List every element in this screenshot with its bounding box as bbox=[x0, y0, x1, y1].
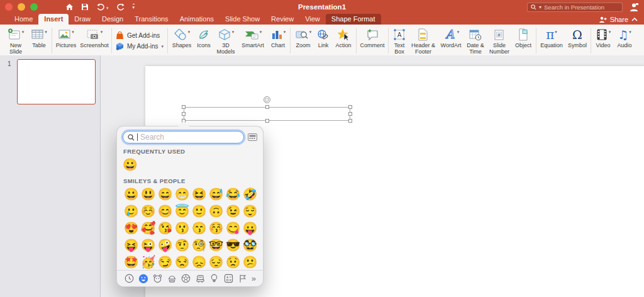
category-symbols-icon[interactable] bbox=[223, 273, 234, 284]
search-scope-caret-icon[interactable]: ▾ bbox=[539, 4, 541, 10]
emoji-cell[interactable]: 🥲 bbox=[123, 203, 140, 220]
dropdown-caret-icon[interactable]: ▾ bbox=[188, 30, 191, 35]
emoji-cell[interactable]: 😞 bbox=[191, 254, 208, 271]
my-add-ins-button[interactable]: My Add-ins ▾ bbox=[116, 42, 164, 50]
tab-slide-show[interactable]: Slide Show bbox=[219, 14, 265, 25]
video-button[interactable]: ▾ Video bbox=[592, 26, 614, 55]
emoji-cell[interactable]: 😆 bbox=[191, 186, 208, 203]
emoji-cell[interactable]: 😘 bbox=[157, 220, 174, 237]
link-button[interactable]: Link bbox=[314, 26, 332, 55]
undo-caret-icon[interactable]: ▾ bbox=[106, 6, 109, 11]
slide-number-button[interactable]: # Slide Number bbox=[487, 26, 512, 55]
dropdown-caret-icon[interactable]: ▾ bbox=[22, 30, 25, 35]
dropdown-caret-icon[interactable]: ▾ bbox=[555, 30, 557, 35]
date-time-button[interactable]: Date & Time bbox=[464, 26, 487, 55]
screenshot-button[interactable]: ▾ Screenshot bbox=[79, 26, 110, 55]
emoji-cell[interactable]: 🧐 bbox=[191, 237, 208, 254]
pictures-button[interactable]: ▾ Pictures bbox=[53, 26, 79, 55]
get-add-ins-button[interactable]: Get Add-ins bbox=[116, 31, 164, 40]
emoji-cell[interactable]: 🤓 bbox=[208, 237, 225, 254]
smartart-button[interactable]: ▾ SmartArt bbox=[238, 26, 267, 55]
undo-button[interactable]: ▾ bbox=[96, 3, 109, 11]
emoji-search-input[interactable]: Search bbox=[123, 131, 244, 143]
emoji-cell[interactable]: 😔 bbox=[208, 254, 225, 271]
equation-button[interactable]: π▾ Equation bbox=[538, 26, 565, 55]
emoji-cell[interactable]: 🥳 bbox=[140, 254, 157, 271]
collapse-ribbon-icon[interactable] bbox=[631, 18, 638, 21]
tab-view[interactable]: View bbox=[299, 14, 326, 25]
search-input[interactable]: ▾ Search in Presentation bbox=[527, 3, 623, 12]
category-frequently-used-icon[interactable] bbox=[124, 273, 135, 284]
dropdown-caret-icon[interactable]: ▾ bbox=[629, 30, 631, 35]
rotation-handle[interactable] bbox=[264, 96, 270, 103]
emoji-cell[interactable]: 😚 bbox=[208, 220, 225, 237]
tab-review[interactable]: Review bbox=[265, 14, 299, 25]
emoji-cell[interactable]: 😊 bbox=[157, 203, 174, 220]
emoji-cell[interactable]: 😗 bbox=[174, 220, 191, 237]
tab-animations[interactable]: Animations bbox=[174, 14, 219, 25]
emoji-cell[interactable]: 😙 bbox=[191, 220, 208, 237]
header-footer-button[interactable]: Header & Footer bbox=[409, 26, 438, 55]
category-objects-icon[interactable] bbox=[209, 273, 219, 284]
resize-handle[interactable] bbox=[348, 119, 352, 123]
category-food-drink-icon[interactable] bbox=[167, 273, 177, 284]
audio-button[interactable]: ♫▾ Audio bbox=[614, 26, 635, 55]
account-icon[interactable] bbox=[629, 3, 639, 12]
new-slide-button[interactable]: ▾ New Slide bbox=[4, 26, 28, 55]
category-animals-nature-icon[interactable] bbox=[152, 273, 163, 284]
category-smileys-people-icon[interactable] bbox=[138, 273, 149, 284]
dropdown-caret-icon[interactable]: ▾ bbox=[232, 30, 235, 35]
emoji-cell[interactable]: 😀 bbox=[123, 156, 140, 173]
tab-draw[interactable]: Draw bbox=[69, 14, 96, 25]
emoji-cell[interactable]: 😟 bbox=[225, 254, 242, 271]
tab-insert[interactable]: Insert bbox=[38, 14, 69, 25]
emoji-cell[interactable]: 🤩 bbox=[123, 254, 140, 271]
emoji-cell[interactable]: 😄 bbox=[157, 186, 174, 203]
tab-design[interactable]: Design bbox=[96, 14, 129, 25]
tab-shape-format[interactable]: Shape Format bbox=[326, 14, 381, 25]
emoji-cell[interactable]: 🤪 bbox=[157, 237, 174, 254]
emoji-cell[interactable]: 🤨 bbox=[174, 237, 191, 254]
icons-button[interactable]: Icons bbox=[194, 26, 213, 55]
emoji-cell[interactable]: 😀 bbox=[123, 186, 140, 203]
dropdown-caret-icon[interactable]: ▾ bbox=[161, 44, 164, 49]
dropdown-caret-icon[interactable]: ▾ bbox=[72, 30, 74, 35]
emoji-cell[interactable]: 🥰 bbox=[140, 220, 157, 237]
category-activity-icon[interactable] bbox=[180, 273, 191, 284]
category-travel-places-icon[interactable] bbox=[195, 273, 206, 284]
emoji-cell[interactable]: 😅 bbox=[208, 186, 225, 203]
wordart-button[interactable]: A▾ WordArt bbox=[438, 26, 464, 55]
dropdown-caret-icon[interactable]: ▾ bbox=[457, 30, 460, 35]
resize-handle[interactable] bbox=[265, 105, 269, 109]
close-window-button[interactable] bbox=[5, 3, 13, 11]
emoji-cell[interactable]: 😕 bbox=[242, 254, 257, 271]
emoji-cell[interactable]: 😋 bbox=[225, 220, 242, 237]
share-control[interactable]: Share bbox=[599, 16, 638, 23]
emoji-cell[interactable]: 🙃 bbox=[208, 203, 225, 220]
redo-button[interactable] bbox=[116, 3, 125, 11]
category-flags-icon[interactable] bbox=[237, 273, 248, 284]
emoji-cell[interactable]: 😎 bbox=[225, 237, 242, 254]
slide-thumbnail[interactable] bbox=[17, 59, 96, 104]
emoji-cell[interactable]: 😏 bbox=[157, 254, 174, 271]
dropdown-caret-icon[interactable]: ▾ bbox=[260, 30, 262, 35]
emoji-cell[interactable]: 😍 bbox=[123, 220, 140, 237]
emoji-cell[interactable]: 😉 bbox=[225, 203, 242, 220]
resize-handle[interactable] bbox=[182, 112, 186, 116]
dropdown-caret-icon[interactable]: ▾ bbox=[309, 30, 312, 35]
zoom-window-button[interactable] bbox=[30, 3, 38, 11]
text-box-button[interactable]: A Text Box bbox=[390, 26, 409, 55]
dropdown-caret-icon[interactable]: ▾ bbox=[609, 30, 611, 35]
customize-toolbar-icon[interactable]: ▾ bbox=[133, 4, 135, 10]
emoji-cell[interactable]: 😁 bbox=[174, 186, 191, 203]
action-button[interactable]: Action bbox=[332, 26, 355, 55]
zoom-button[interactable]: ▾ Zoom bbox=[292, 26, 314, 55]
dropdown-caret-icon[interactable]: ▾ bbox=[101, 30, 103, 35]
category-more-icon[interactable]: » bbox=[252, 273, 256, 284]
minimize-window-button[interactable] bbox=[18, 3, 25, 11]
emoji-cell[interactable]: ☺️ bbox=[140, 203, 157, 220]
emoji-cell[interactable]: 😂 bbox=[225, 186, 242, 203]
emoji-cell[interactable]: 😌 bbox=[242, 203, 257, 220]
comment-button[interactable]: Comment bbox=[358, 26, 387, 55]
dropdown-caret-icon[interactable]: ▾ bbox=[45, 30, 47, 35]
